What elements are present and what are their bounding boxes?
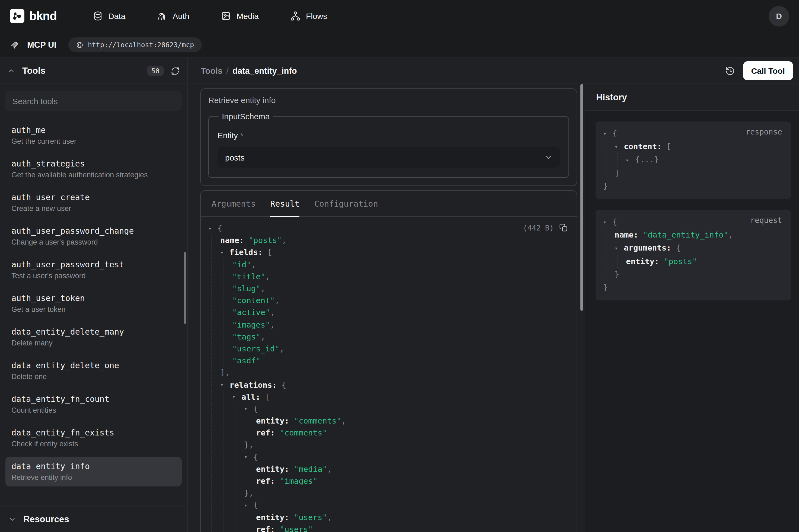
result-json-tree: (442 B) ▾{name: "posts",▾fields: ["id","… (201, 217, 577, 532)
nav-item-data[interactable]: Data (93, 11, 125, 21)
indent-guide (223, 427, 224, 439)
collapse-toggle-icon[interactable]: ▾ (220, 249, 229, 255)
collapse-toggle-icon[interactable]: ▾ (614, 245, 624, 251)
json-key: entity: (256, 465, 294, 473)
call-tool-button[interactable]: Call Tool (743, 61, 793, 80)
sidebar-item-auth_user_create[interactable]: auth_user_createCreate a new user (5, 188, 182, 217)
indent-guide (211, 451, 212, 463)
request-json-tree: ▾{name: "data_entity_info",▾arguments: {… (598, 215, 783, 294)
entity-field-label: Entity * (217, 131, 560, 140)
resources-section-header[interactable]: Resources (0, 506, 187, 532)
json-line: ▾{ (598, 215, 783, 228)
sidebar-item-auth_user_password_change[interactable]: auth_user_password_changeChange a user's… (5, 221, 182, 251)
tool-name: auth_strategies (12, 159, 176, 169)
tab-result[interactable]: Result (270, 191, 300, 216)
json-punctuation: } (603, 283, 608, 292)
main-layout: Tools 50 auth_meGet the current userauth… (0, 57, 799, 532)
indent-guide (211, 355, 212, 366)
tab-arguments[interactable]: Arguments (212, 191, 256, 216)
brand[interactable]: bknd (10, 9, 57, 23)
indent-guide (235, 415, 235, 427)
indent-guide (211, 379, 212, 391)
tab-configuration[interactable]: Configuration (314, 191, 378, 216)
brand-name: bknd (29, 9, 57, 23)
collapse-toggle-icon[interactable]: ▾ (614, 144, 624, 150)
indent-guide (211, 463, 212, 475)
json-punctuation: { (676, 244, 681, 252)
content-scrollbar[interactable] (581, 84, 583, 311)
history-button[interactable] (725, 66, 735, 76)
indent-guide (211, 330, 212, 342)
json-comma: , (270, 320, 275, 329)
indent-guide (606, 242, 606, 254)
sidebar-item-data_entity_fn_count[interactable]: data_entity_fn_countCount entities (5, 390, 182, 419)
sidebar-item-data_entity_info[interactable]: data_entity_infoRetrieve entity info (5, 457, 182, 487)
collapse-toggle-icon[interactable]: ▾ (603, 219, 612, 225)
history-title: History (596, 92, 627, 102)
collapse-toggle-icon[interactable]: ▾ (244, 406, 253, 412)
entity-select[interactable]: posts (217, 147, 560, 168)
sidebar-item-auth_user_token[interactable]: auth_user_tokenGet a user token (5, 288, 182, 318)
tools-scroll-area: auth_meGet the current userauth_strategi… (0, 84, 187, 506)
sidebar-item-data_entity_delete_one[interactable]: data_entity_delete_oneDelete one (5, 356, 182, 385)
sidebar-item-auth_user_password_test[interactable]: auth_user_password_testTest a user's pas… (5, 255, 182, 285)
json-string-value: "users_id" (232, 344, 280, 353)
refresh-tools-button[interactable] (171, 66, 179, 75)
expand-toggle-icon[interactable]: ▸ (626, 157, 635, 163)
json-line: ▾{ (208, 451, 577, 463)
collapse-toggle-icon[interactable]: ▾ (208, 225, 217, 231)
tools-header[interactable]: Tools 50 (0, 58, 187, 84)
collapse-toggle-icon[interactable]: ▾ (603, 130, 612, 136)
indent-guide (211, 499, 212, 511)
sidebar-item-auth_strategies[interactable]: auth_strategiesGet the available authent… (5, 154, 182, 184)
json-line: ] (598, 166, 783, 179)
indent-guide (211, 234, 212, 246)
indent-guide (235, 475, 235, 487)
sidebar-scrollbar[interactable] (184, 252, 186, 324)
mcp-url-pill[interactable]: http://localhost:28623/mcp (68, 37, 202, 52)
breadcrumb-section[interactable]: Tools (201, 66, 222, 76)
tool-name: auth_me (12, 125, 176, 135)
search-input[interactable] (5, 91, 182, 111)
json-string-value: "id" (232, 260, 251, 269)
collapse-toggle-icon[interactable]: ▾ (244, 502, 253, 508)
tool-description: Get the available authentication strateg… (12, 171, 176, 179)
json-comma: , (261, 332, 265, 341)
collapse-toggle-icon[interactable]: ▾ (232, 394, 241, 400)
nav-item-media[interactable]: Media (221, 11, 259, 21)
json-string-value: "comments" (294, 417, 341, 425)
json-string-value: "tags" (232, 332, 261, 341)
tool-description: Check if entity exists (12, 440, 176, 448)
indent-guide (235, 463, 235, 475)
json-comma: , (327, 465, 332, 473)
json-punctuation: { (253, 453, 258, 461)
result-panel-card: Arguments Result Configuration (442 B) (200, 190, 577, 532)
json-line: "content", (208, 294, 577, 306)
collapse-toggle-icon[interactable]: ▾ (220, 382, 229, 388)
indent-guide (211, 439, 212, 451)
header-actions: Call Tool (725, 61, 793, 80)
tool-name: auth_user_create (12, 192, 176, 202)
indent-guide (211, 246, 212, 259)
json-line: ▾all: [ (208, 391, 577, 403)
collapse-toggle-icon[interactable]: ▾ (244, 454, 253, 460)
nav-item-flows[interactable]: Flows (290, 11, 327, 21)
result-tabs: Arguments Result Configuration (201, 191, 577, 217)
indent-guide (235, 511, 235, 523)
sidebar-item-data_entity_fn_exists[interactable]: data_entity_fn_existsCheck if entity exi… (5, 423, 182, 453)
tools-list: auth_meGet the current userauth_strategi… (5, 120, 182, 487)
history-request-card[interactable]: request ▾{name: "data_entity_info",▾argu… (595, 210, 791, 300)
history-response-card[interactable]: response ▾{▾content: [▸{...}]} (595, 121, 791, 199)
tools-sidebar: Tools 50 auth_meGet the current userauth… (0, 58, 188, 532)
json-comma: , (251, 260, 256, 269)
sidebar-item-data_entity_delete_many[interactable]: data_entity_delete_manyDelete many (5, 322, 182, 352)
sidebar-item-auth_me[interactable]: auth_meGet the current user (5, 120, 182, 150)
mcp-bar: MCP UI http://localhost:28623/mcp (0, 32, 799, 57)
indent-guide (247, 415, 247, 427)
tool-name: data_entity_delete_one (12, 361, 176, 370)
indent-guide (211, 294, 212, 306)
user-avatar[interactable]: D (768, 6, 789, 26)
json-line: entity: "media", (208, 463, 577, 475)
nav-item-auth[interactable]: Auth (157, 11, 190, 21)
json-string-value: "users" (294, 513, 327, 521)
